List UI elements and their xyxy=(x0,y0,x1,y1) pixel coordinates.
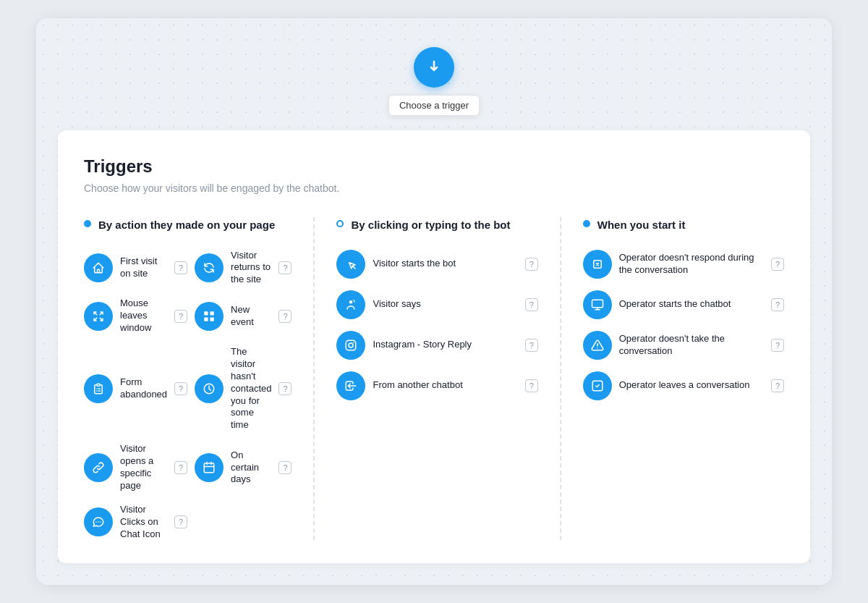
trigger-item-visitor-clicks-chat[interactable]: Visitor Clicks on Chat Icon ? xyxy=(84,504,187,541)
trigger-item-operator-leaves[interactable]: Operator leaves a conversation ? xyxy=(583,371,784,400)
arrow-down-icon xyxy=(425,59,443,76)
trigger-item-from-another-chatbot[interactable]: From another chatbot ? xyxy=(336,371,537,400)
col-clicking-dot xyxy=(336,220,344,227)
expand-icon xyxy=(84,302,113,331)
col-start-title: When you start it xyxy=(597,217,686,232)
new-event-help[interactable]: ? xyxy=(278,310,292,323)
svg-point-9 xyxy=(353,342,354,343)
enter-icon xyxy=(336,371,365,400)
columns-wrapper: By action they made on your page First v… xyxy=(84,217,784,541)
svg-point-6 xyxy=(349,300,353,304)
form-abandoned-label: Form abandoned xyxy=(120,376,167,401)
on-certain-days-help[interactable]: ? xyxy=(278,461,292,474)
from-another-chatbot-label: From another chatbot xyxy=(373,379,517,392)
visitor-says-label: Visitor says xyxy=(373,298,517,311)
col-action-items: First visit on site ? Visitor returns to… xyxy=(84,250,292,541)
form-abandoned-help[interactable]: ? xyxy=(174,382,187,395)
from-another-chatbot-help[interactable]: ? xyxy=(525,379,538,392)
cursor-icon xyxy=(336,250,365,279)
first-visit-label: First visit on site xyxy=(120,256,167,280)
col-start-items: Operator doesn't respond during the conv… xyxy=(583,250,784,400)
trigger-item-visitor-says[interactable]: Visitor says ? xyxy=(336,290,537,319)
visitor-clicks-chat-help[interactable]: ? xyxy=(174,515,187,528)
new-event-label: New event xyxy=(231,304,271,329)
operator-starts-label: Operator starts the chatbot xyxy=(619,298,764,311)
instagram-story-help[interactable]: ? xyxy=(525,339,538,352)
col-clicking-header: By clicking or typing to the bot xyxy=(336,217,537,232)
calendar-icon xyxy=(195,453,224,482)
svg-rect-2 xyxy=(204,317,208,321)
trigger-item-visitor-hasnt[interactable]: The visitor hasn't contacted you for som… xyxy=(195,346,292,431)
person-wave-icon xyxy=(336,290,365,319)
visitor-starts-bot-help[interactable]: ? xyxy=(525,258,538,271)
card-title: Triggers xyxy=(84,156,784,177)
trigger-item-instagram-story[interactable]: Instagram - Story Reply ? xyxy=(336,331,537,360)
visitor-starts-bot-label: Visitor starts the bot xyxy=(373,258,517,270)
visitor-clicks-chat-label: Visitor Clicks on Chat Icon xyxy=(120,504,167,541)
operator-doesnt-take-help[interactable]: ? xyxy=(771,339,784,352)
col-action-header: By action they made on your page xyxy=(84,217,292,232)
chat-icon xyxy=(84,507,113,536)
mouse-leaves-help[interactable]: ? xyxy=(174,310,187,323)
trigger-item-operator-doesnt-take[interactable]: Operator doesn't take the conversation ? xyxy=(583,331,784,360)
trigger-item-operator-starts[interactable]: Operator starts the chatbot ? xyxy=(583,290,784,319)
col-start-header: When you start it xyxy=(583,217,784,232)
trigger-item-on-certain-days[interactable]: On certain days ? xyxy=(195,443,292,492)
trigger-item-operator-doesnt-respond[interactable]: Operator doesn't respond during the conv… xyxy=(583,250,784,279)
operator-leaves-help[interactable]: ? xyxy=(771,379,784,392)
trigger-item-first-visit[interactable]: First visit on site ? xyxy=(84,250,187,287)
column-clicking: By clicking or typing to the bot Visitor… xyxy=(336,217,561,541)
operator-leaves-label: Operator leaves a conversation xyxy=(619,379,764,392)
alert-icon xyxy=(583,331,612,360)
svg-rect-3 xyxy=(210,317,214,321)
visitor-hasnt-help[interactable]: ? xyxy=(278,382,292,395)
checkbox-icon xyxy=(583,371,612,400)
svg-rect-1 xyxy=(210,311,214,315)
monitor-icon xyxy=(583,290,612,319)
home-icon xyxy=(84,253,113,282)
visitor-hasnt-label: The visitor hasn't contacted you for som… xyxy=(231,346,271,431)
instagram-icon xyxy=(336,331,365,360)
trigger-item-mouse-leaves[interactable]: Mouse leaves window ? xyxy=(84,298,187,334)
trigger-item-visitor-returns[interactable]: Visitor returns to the site ? xyxy=(195,250,292,287)
col-start-dot xyxy=(583,220,590,227)
svg-rect-7 xyxy=(346,340,357,350)
operator-doesnt-take-label: Operator doesn't take the conversation xyxy=(619,333,764,358)
grid-icon xyxy=(195,302,224,331)
col-clicking-title: By clicking or typing to the bot xyxy=(351,217,510,232)
operator-doesnt-respond-help[interactable]: ? xyxy=(771,258,784,271)
visitor-opens-help[interactable]: ? xyxy=(174,461,187,474)
first-visit-help[interactable]: ? xyxy=(174,261,187,274)
column-action: By action they made on your page First v… xyxy=(84,217,315,541)
column-start: When you start it Operator doesn't respo… xyxy=(583,217,784,541)
svg-rect-0 xyxy=(204,311,208,315)
clipboard-icon xyxy=(84,374,113,403)
col-action-dot xyxy=(84,220,91,227)
visitor-says-help[interactable]: ? xyxy=(525,298,538,311)
card-subtitle: Choose how your visitors will be engaged… xyxy=(84,182,784,194)
visitor-returns-help[interactable]: ? xyxy=(278,261,292,274)
trigger-item-visitor-starts-bot[interactable]: Visitor starts the bot ? xyxy=(336,250,537,279)
link-icon xyxy=(84,453,113,482)
trigger-label: Choose a trigger xyxy=(388,95,480,116)
col-clicking-items: Visitor starts the bot ? Visitor says ? xyxy=(336,250,537,400)
trigger-item-form-abandoned[interactable]: Form abandoned ? xyxy=(84,346,187,431)
on-certain-days-label: On certain days xyxy=(231,450,271,486)
visitor-returns-label: Visitor returns to the site xyxy=(231,250,271,287)
outer-container: Choose a trigger Triggers Choose how you… xyxy=(36,18,832,586)
svg-rect-5 xyxy=(204,463,214,473)
col-action-title: By action they made on your page xyxy=(98,217,275,232)
svg-rect-11 xyxy=(592,300,603,308)
visitor-opens-label: Visitor opens a specific page xyxy=(120,443,167,492)
trigger-circle-button[interactable] xyxy=(414,47,454,88)
clock-icon xyxy=(195,374,224,403)
mouse-leaves-label: Mouse leaves window xyxy=(120,298,167,334)
trigger-item-new-event[interactable]: New event ? xyxy=(195,298,292,334)
instagram-story-label: Instagram - Story Reply xyxy=(373,339,517,351)
operator-doesnt-respond-label: Operator doesn't respond during the conv… xyxy=(619,252,764,277)
operator-starts-help[interactable]: ? xyxy=(771,298,784,311)
mute-icon xyxy=(583,250,612,279)
svg-point-8 xyxy=(349,343,353,347)
trigger-item-visitor-opens[interactable]: Visitor opens a specific page ? xyxy=(84,443,187,492)
main-card: Triggers Choose how your visitors will b… xyxy=(58,130,810,564)
